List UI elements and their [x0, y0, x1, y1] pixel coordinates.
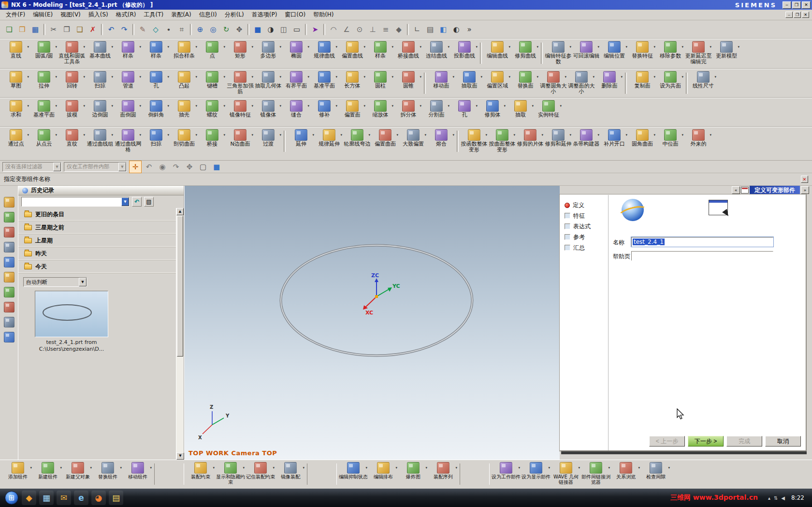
ribbon-button[interactable]: 可回滚编辑 ▾: [572, 41, 600, 60]
ribbon-button[interactable]: 中位面 ▾: [656, 129, 684, 148]
dropdown-arrow-icon[interactable]: ▾: [396, 133, 398, 137]
point-icon[interactable]: ∙: [162, 23, 175, 36]
menu-item[interactable]: 窗口(O): [281, 10, 309, 20]
assembly-button[interactable]: 替换组件 ▾: [93, 462, 123, 480]
dropdown-arrow-icon[interactable]: ▾: [90, 466, 92, 470]
window-minimize-button[interactable]: –: [785, 12, 793, 18]
dropdown-arrow-icon[interactable]: ▾: [111, 75, 113, 79]
ribbon-button[interactable]: 编辑特征参数 ▾: [544, 41, 572, 65]
dropdown-arrow-icon[interactable]: ▾: [714, 75, 716, 79]
ribbon-button[interactable]: 矩形 ▾: [226, 41, 254, 60]
dropdown-arrow-icon[interactable]: ▾: [638, 466, 640, 470]
dropdown-arrow-icon[interactable]: ▾: [139, 133, 141, 137]
tray-volume-icon[interactable]: ◀: [781, 495, 785, 501]
dropdown-arrow-icon[interactable]: ▾: [279, 104, 281, 108]
wizard-step[interactable]: 特征: [560, 210, 608, 221]
ribbon-button[interactable]: 条带构建器 ▾: [572, 129, 600, 148]
dropdown-arrow-icon[interactable]: ▾: [476, 45, 478, 49]
ribbon-button[interactable]: 扫掠 ▾: [86, 71, 114, 89]
ribbon-button[interactable]: 编辑位置 ▾: [600, 41, 628, 60]
dropdown-arrow-icon[interactable]: ▾: [167, 104, 169, 108]
chevron-down-icon[interactable]: ▼: [118, 163, 126, 171]
snap-point-toggle[interactable]: ✛: [129, 161, 142, 173]
menu-item[interactable]: 视图(V): [57, 10, 85, 20]
ribbon-button[interactable]: 基准平面 ▾: [310, 71, 338, 89]
menu-item[interactable]: 信息(I): [195, 10, 221, 20]
snap-angle-icon[interactable]: ∠: [340, 23, 353, 36]
dropdown-arrow-icon[interactable]: ▾: [363, 45, 365, 49]
fit-view-icon[interactable]: ◎: [207, 23, 219, 36]
scrollbar-thumb[interactable]: [177, 216, 183, 357]
dropdown-arrow-icon[interactable]: ▾: [625, 133, 627, 137]
ribbon-button[interactable]: 圆角曲面 ▾: [628, 129, 656, 148]
ribbon-button[interactable]: 调整圆角大小 ▾: [539, 71, 567, 95]
dialog-collapse-icon[interactable]: «: [732, 186, 740, 194]
dropdown-arrow-icon[interactable]: ▾: [625, 45, 627, 49]
dropdown-arrow-icon[interactable]: ▾: [420, 104, 421, 108]
move-object-icon[interactable]: ➤: [309, 23, 321, 36]
file-explorer-icon[interactable]: ▤: [109, 491, 123, 505]
delete-icon[interactable]: ✗: [87, 23, 99, 36]
section-view-icon[interactable]: ◐: [450, 23, 463, 36]
dropdown-arrow-icon[interactable]: ▾: [653, 75, 655, 79]
ribbon-button[interactable]: 线性尺寸 ▾: [689, 71, 717, 89]
dropdown-arrow-icon[interactable]: ▾: [485, 133, 487, 137]
assembly-button[interactable]: 关系浏览 ▾: [611, 462, 641, 480]
minimize-button[interactable]: –: [783, 1, 791, 9]
paste-icon[interactable]: ❑: [73, 23, 86, 36]
shaded-cube-icon[interactable]: ■: [210, 161, 223, 173]
ribbon-button[interactable]: 剖切曲面 ▾: [170, 129, 198, 148]
ribbon-button[interactable]: 通过曲线组 ▾: [86, 129, 114, 148]
ribbon-button[interactable]: 修剪的片体 ▾: [516, 129, 544, 148]
ribbon-button[interactable]: 多边形 ▾: [254, 41, 282, 60]
dialog-expand-icon[interactable]: »: [801, 186, 809, 194]
ribbon-button[interactable]: 有界平面 ▾: [282, 71, 310, 89]
assembly-button[interactable]: WAVE 几何链接器 ▾: [551, 462, 581, 485]
history-date-folder[interactable]: 三星期之前: [18, 221, 184, 234]
dropdown-arrow-icon[interactable]: ▾: [279, 75, 281, 79]
dropdown-arrow-icon[interactable]: ▾: [307, 104, 309, 108]
assembly-button[interactable]: 编辑排布 ▾: [368, 462, 398, 480]
menu-item[interactable]: 文件(F): [2, 10, 29, 20]
ribbon-button[interactable]: 抽壳 ▾: [170, 100, 198, 119]
wireframe-view-icon[interactable]: ◫: [277, 23, 290, 36]
dropdown-arrow-icon[interactable]: ▾: [710, 133, 711, 137]
dropdown-arrow-icon[interactable]: ▾: [420, 75, 421, 79]
ribbon-button[interactable]: 通过曲线网格 ▾: [114, 129, 142, 153]
dropdown-arrow-icon[interactable]: ▾: [368, 133, 370, 137]
ribbon-button[interactable]: 孔 ▾: [450, 100, 478, 119]
ribbon-button[interactable]: 规律曲线 ▾: [310, 41, 338, 60]
ribbon-button[interactable]: 补片开口 ▾: [600, 129, 628, 148]
dropdown-arrow-icon[interactable]: ▾: [597, 133, 599, 137]
dropdown-arrow-icon[interactable]: ▾: [167, 75, 169, 79]
ribbon-button[interactable]: 修剪曲线 ▾: [511, 41, 539, 60]
zoom-icon[interactable]: ⊕: [194, 23, 206, 36]
ribbon-button[interactable]: 按函数整体变形 ▾: [460, 129, 488, 153]
close-icon[interactable]: ✕: [801, 176, 808, 183]
ribbon-button[interactable]: 长方体 ▾: [338, 71, 366, 89]
window-close-button[interactable]: ✕: [802, 12, 809, 18]
copy-icon[interactable]: ❐: [60, 23, 73, 36]
ribbon-button[interactable]: 凸起 ▾: [170, 71, 198, 89]
dropdown-arrow-icon[interactable]: ▾: [508, 45, 510, 49]
dropdown-arrow-icon[interactable]: ▾: [243, 466, 245, 470]
ribbon-button[interactable]: 轮廓线弯边 ▾: [343, 129, 371, 148]
system-materials-icon[interactable]: [4, 332, 14, 343]
menu-item[interactable]: 首选项(P): [248, 10, 281, 20]
wizard-button[interactable]: 下一步 >: [688, 436, 724, 447]
ribbon-button[interactable]: 从点云 ▾: [30, 129, 58, 148]
menu-item[interactable]: 分析(L): [221, 10, 248, 20]
dropdown-arrow-icon[interactable]: ▾: [55, 75, 57, 79]
dropdown-arrow-icon[interactable]: ▾: [653, 45, 655, 49]
dropdown-arrow-icon[interactable]: ▾: [513, 133, 515, 137]
dropdown-arrow-icon[interactable]: ▾: [251, 133, 253, 137]
dropdown-arrow-icon[interactable]: ▾: [653, 133, 655, 137]
marquee-select-icon[interactable]: ▢: [197, 161, 209, 173]
dropdown-arrow-icon[interactable]: ▾: [27, 45, 29, 49]
dropdown-arrow-icon[interactable]: ▾: [213, 466, 215, 470]
part-thumbnail[interactable]: [35, 291, 108, 337]
reuse-library-icon[interactable]: [4, 242, 14, 253]
ribbon-button[interactable]: 移除参数 ▾: [656, 41, 684, 60]
dropdown-arrow-icon[interactable]: ▾: [578, 466, 580, 470]
dropdown-arrow-icon[interactable]: ▾: [392, 45, 393, 49]
